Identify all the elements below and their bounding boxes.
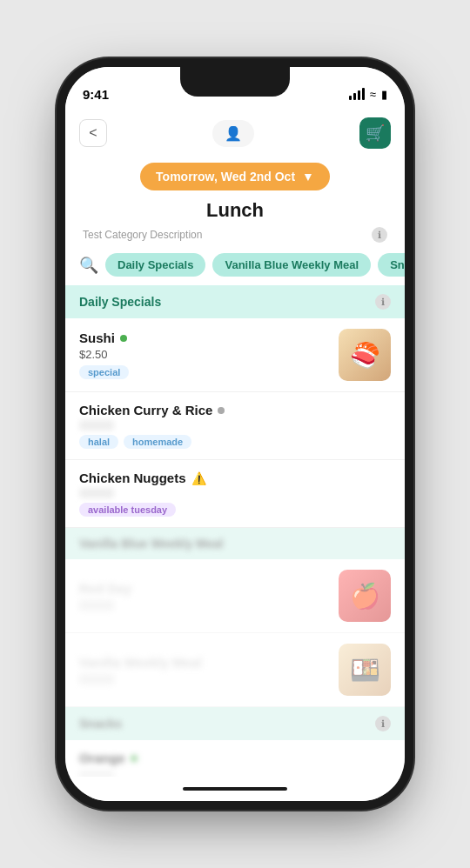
section-snacks-title: Snacks bbox=[79, 717, 122, 731]
cart-button[interactable]: 🛒 bbox=[359, 117, 391, 149]
menu-item-red-day-left: Red Day bbox=[79, 581, 328, 611]
category-info-icon[interactable]: ℹ bbox=[372, 227, 387, 243]
section-daily-specials-info-icon[interactable]: ℹ bbox=[375, 294, 391, 310]
filter-chip-vanilla-blue-label: Vanilla Blue Weekly Meal bbox=[225, 258, 359, 271]
menu-item-chicken-curry-left: Chicken Curry & Rice halal homemade bbox=[79, 403, 391, 449]
category-desc-text: Test Category Description bbox=[83, 229, 202, 241]
filter-chip-daily-specials[interactable]: Daily Specials bbox=[105, 253, 205, 277]
tag-available-tuesday: available tuesday bbox=[79, 503, 176, 517]
search-icon[interactable]: 🔍 bbox=[79, 256, 98, 275]
tag-homemade: homemade bbox=[124, 435, 191, 449]
profile-icon: 👤 bbox=[225, 125, 242, 142]
section-daily-specials-title: Daily Specials bbox=[79, 295, 161, 309]
back-button[interactable]: < bbox=[79, 119, 107, 147]
menu-item-vanilla-weekly-name: Vanilla Weekly Meal bbox=[79, 655, 328, 670]
menu-item-chicken-nuggets-price bbox=[79, 488, 114, 498]
date-dropdown-icon: ▼ bbox=[302, 170, 314, 184]
notch bbox=[180, 67, 290, 97]
date-pill-button[interactable]: Tomorrow, Wed 2nd Oct ▼ bbox=[140, 163, 330, 190]
menu-item-vanilla-weekly-image: 🍱 bbox=[339, 644, 391, 696]
tag-special: special bbox=[79, 365, 129, 379]
menu-item-chicken-curry-tags: halal homemade bbox=[79, 435, 391, 449]
menu-item-red-day[interactable]: Red Day 🍎 bbox=[65, 559, 405, 633]
menu-item-chicken-nuggets-tags: available tuesday bbox=[79, 503, 391, 517]
menu-item-sushi-image: 🍣 bbox=[339, 329, 391, 381]
sushi-available-dot bbox=[120, 335, 127, 342]
home-indicator bbox=[65, 777, 405, 801]
section-snacks-info-icon[interactable]: ℹ bbox=[375, 716, 391, 731]
menu-item-sushi-left: Sushi $2.50 special bbox=[79, 331, 328, 379]
section-vanilla-blue-title: Vanilla Blue Weekly Meal bbox=[79, 537, 223, 551]
menu-item-orange-name: Orange bbox=[79, 751, 391, 765]
menu-item-vanilla-weekly[interactable]: Vanilla Weekly Meal 🍱 bbox=[65, 633, 405, 707]
menu-item-vanilla-weekly-left: Vanilla Weekly Meal bbox=[79, 655, 328, 684]
section-daily-specials-header: Daily Specials ℹ bbox=[65, 285, 405, 318]
menu-item-chicken-curry-name: Chicken Curry & Rice bbox=[79, 403, 391, 417]
orange-dot bbox=[131, 755, 138, 762]
menu-item-orange-left: Orange bbox=[79, 751, 391, 777]
menu-item-red-day-image: 🍎 bbox=[339, 570, 391, 622]
filter-row: 🔍 Daily Specials Vanilla Blue Weekly Mea… bbox=[65, 244, 405, 285]
menu-item-chicken-nuggets-name: Chicken Nuggets ⚠️ bbox=[79, 471, 391, 485]
section-vanilla-blue-header: Vanilla Blue Weekly Meal bbox=[65, 528, 405, 559]
menu-item-red-day-price bbox=[79, 600, 114, 611]
nav-bar: < 👤 🛒 bbox=[65, 110, 405, 156]
filter-chip-daily-specials-label: Daily Specials bbox=[118, 258, 193, 271]
menu-item-sushi-price: $2.50 bbox=[79, 348, 328, 361]
category-description: Test Category Description ℹ bbox=[65, 225, 405, 244]
home-bar bbox=[183, 787, 287, 791]
wifi-icon: ≈ bbox=[370, 88, 376, 101]
battery-icon: ▮ bbox=[381, 88, 387, 101]
filter-chip-vanilla-blue[interactable]: Vanilla Blue Weekly Meal bbox=[212, 253, 371, 277]
date-pill-label: Tomorrow, Wed 2nd Oct bbox=[156, 170, 295, 184]
menu-item-orange[interactable]: Orange bbox=[65, 740, 405, 777]
tag-halal: halal bbox=[79, 435, 118, 449]
status-time: 9:41 bbox=[83, 87, 109, 102]
chicken-nuggets-warn-icon: ⚠️ bbox=[191, 471, 206, 485]
menu-item-red-day-name: Red Day bbox=[79, 581, 328, 596]
phone-shell: 9:41 ≈ ▮ < 👤 🛒 Tomorrow, Wed 2nd Oct ▼ bbox=[65, 67, 405, 801]
filter-chip-snacks-label: Snacks bbox=[390, 258, 405, 271]
content-scroll: Daily Specials ℹ Sushi $2.50 special 🍣 C bbox=[65, 285, 405, 777]
chicken-curry-dot bbox=[218, 407, 225, 414]
menu-item-chicken-curry-price bbox=[79, 420, 114, 431]
page-title: Lunch bbox=[65, 194, 405, 225]
filter-chip-snacks[interactable]: Snacks bbox=[378, 253, 405, 277]
menu-item-sushi-name: Sushi bbox=[79, 331, 328, 345]
menu-item-sushi-tags: special bbox=[79, 365, 328, 379]
menu-item-chicken-nuggets[interactable]: Chicken Nuggets ⚠️ available tuesday bbox=[65, 460, 405, 528]
section-snacks-header: Snacks ℹ bbox=[65, 707, 405, 740]
status-icons: ≈ ▮ bbox=[349, 88, 387, 101]
date-selector: Tomorrow, Wed 2nd Oct ▼ bbox=[65, 156, 405, 194]
menu-item-orange-price bbox=[79, 770, 114, 777]
cart-icon: 🛒 bbox=[366, 124, 385, 143]
menu-item-vanilla-weekly-price bbox=[79, 674, 114, 684]
signal-icon bbox=[349, 88, 365, 100]
menu-item-chicken-curry[interactable]: Chicken Curry & Rice halal homemade bbox=[65, 392, 405, 460]
back-icon: < bbox=[89, 125, 97, 141]
menu-item-sushi[interactable]: Sushi $2.50 special 🍣 bbox=[65, 318, 405, 392]
menu-item-chicken-nuggets-left: Chicken Nuggets ⚠️ available tuesday bbox=[79, 471, 391, 517]
profile-button[interactable]: 👤 bbox=[212, 120, 254, 147]
